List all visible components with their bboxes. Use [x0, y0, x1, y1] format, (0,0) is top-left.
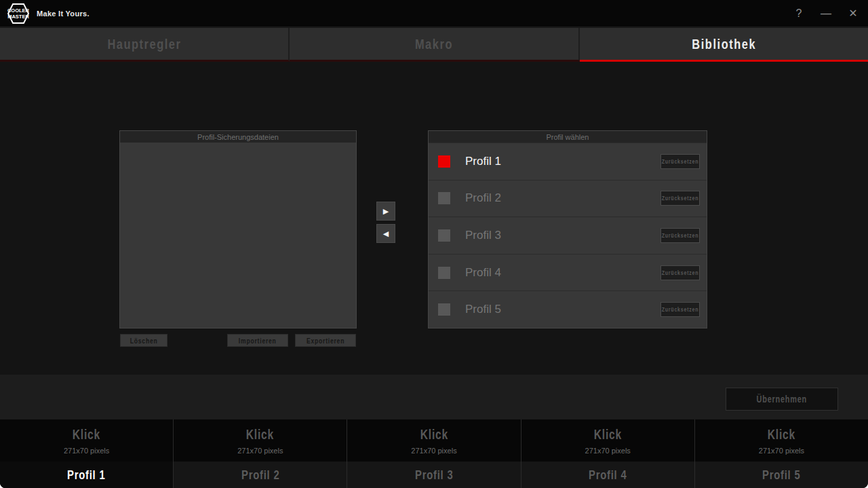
app-window: COOLER MASTER Make It Yours. ? — ✕ Haupt… — [0, 0, 868, 488]
bottom-tab-profil-1[interactable]: Profil 1 — [0, 462, 174, 488]
reset-button-label: Zurücksetzen — [662, 232, 699, 239]
bottom-tab-label: Profil 4 — [589, 468, 627, 483]
profile-select-panel: Profil wählen Profil 1 Zurücksetzen Prof… — [429, 131, 707, 328]
bottom-tab-profil-3[interactable]: Profil 3 — [347, 462, 521, 488]
preview-action-label: Klick — [246, 427, 274, 443]
reset-profile-1-button[interactable]: Zurücksetzen — [660, 154, 700, 169]
tab-makro-label: Makro — [415, 36, 453, 52]
arrow-left-icon: ◀ — [383, 229, 389, 238]
reset-profile-2-button[interactable]: Zurücksetzen — [660, 191, 700, 206]
svg-text:MASTER: MASTER — [7, 14, 29, 20]
apply-button[interactable]: Übernehmen — [726, 388, 838, 411]
reset-button-label: Zurücksetzen — [662, 269, 699, 276]
reset-profile-4-button[interactable]: Zurücksetzen — [660, 265, 700, 280]
tab-hauptregler[interactable]: Hauptregler — [0, 28, 290, 62]
tab-makro[interactable]: Makro — [290, 28, 579, 62]
delete-button-label: Löschen — [130, 337, 158, 345]
move-left-button[interactable]: ◀ — [376, 224, 395, 243]
tab-hauptregler-label: Hauptregler — [107, 36, 181, 52]
profile-row-3[interactable]: Profil 3 Zurücksetzen — [429, 217, 707, 254]
preview-cell-2[interactable]: Klick 271x70 pixels — [174, 419, 347, 462]
brand-tagline: Make It Yours. — [37, 10, 90, 18]
actions-spacer — [167, 334, 227, 347]
arrow-right-icon: ▶ — [383, 207, 389, 216]
profile-panel-title: Profil wählen — [429, 131, 707, 143]
profile-row-label: Profil 4 — [465, 266, 501, 280]
actions-gap — [288, 334, 295, 347]
preview-action-label: Klick — [420, 427, 448, 443]
main-tab-bar: Hauptregler Makro Bibliothek — [0, 28, 868, 62]
import-button[interactable]: Importieren — [227, 334, 288, 347]
reset-button-label: Zurücksetzen — [662, 158, 699, 165]
delete-button[interactable]: Löschen — [120, 334, 167, 347]
bottom-tab-label: Profil 2 — [241, 468, 279, 483]
preview-size-label: 271x70 pixels — [411, 447, 456, 455]
title-bar: COOLER MASTER Make It Yours. ? — ✕ — [0, 0, 868, 27]
profile-selected-indicator[interactable] — [438, 303, 450, 316]
preview-action-label: Klick — [73, 427, 100, 443]
profile-row-label: Profil 1 — [465, 155, 501, 168]
export-button[interactable]: Exportieren — [295, 334, 356, 347]
backup-panel-title: Profil-Sicherungsdateien — [120, 131, 356, 143]
reset-button-label: Zurücksetzen — [662, 306, 699, 313]
preview-cell-1[interactable]: Klick 271x70 pixels — [0, 419, 174, 462]
tab-bibliothek-label: Bibliothek — [692, 36, 756, 52]
profile-selected-indicator[interactable] — [438, 267, 450, 279]
profile-row-5[interactable]: Profil 5 Zurücksetzen — [429, 290, 707, 328]
profile-tab-row: Profil 1 Profil 2 Profil 3 Profil 4 Prof… — [0, 462, 868, 488]
preview-size-label: 271x70 pixels — [64, 447, 109, 455]
profile-row-label: Profil 5 — [465, 303, 501, 316]
window-controls: ? — ✕ — [792, 0, 860, 27]
export-button-label: Exportieren — [307, 337, 344, 345]
bottom-tab-profil-2[interactable]: Profil 2 — [174, 462, 347, 488]
bottom-tab-label: Profil 5 — [762, 468, 800, 483]
profile-row-label: Profil 3 — [465, 229, 501, 242]
reset-profile-5-button[interactable]: Zurücksetzen — [660, 302, 700, 317]
preview-cell-5[interactable]: Klick 271x70 pixels — [695, 419, 868, 462]
apply-strip: Übernehmen — [0, 375, 868, 419]
profile-row-2[interactable]: Profil 2 Zurücksetzen — [429, 180, 707, 217]
preview-cell-4[interactable]: Klick 271x70 pixels — [521, 419, 695, 462]
preview-action-label: Klick — [594, 427, 622, 443]
bottom-tab-label: Profil 3 — [415, 468, 453, 483]
profile-row-1[interactable]: Profil 1 Zurücksetzen — [429, 143, 707, 180]
move-right-button[interactable]: ▶ — [376, 202, 395, 221]
preview-size-label: 271x70 pixels — [759, 447, 804, 455]
reset-profile-3-button[interactable]: Zurücksetzen — [660, 228, 700, 243]
backup-file-list[interactable] — [120, 143, 356, 328]
profile-selected-indicator[interactable] — [438, 192, 450, 204]
svg-text:COOLER: COOLER — [7, 7, 30, 14]
backup-actions: Löschen Importieren Exportieren — [120, 334, 356, 347]
profile-action-preview-row: Klick 271x70 pixels Klick 271x70 pixels … — [0, 419, 868, 462]
preview-action-label: Klick — [768, 427, 795, 443]
close-button[interactable]: ✕ — [846, 0, 860, 27]
profile-selected-indicator[interactable] — [438, 155, 450, 168]
apply-button-label: Übernehmen — [757, 394, 808, 405]
bottom-tab-label: Profil 1 — [67, 468, 105, 483]
bottom-tab-profil-5[interactable]: Profil 5 — [695, 462, 868, 488]
cooler-master-logo-icon: COOLER MASTER — [7, 3, 30, 24]
profile-row-4[interactable]: Profil 4 Zurücksetzen — [429, 254, 707, 291]
minimize-button[interactable]: — — [819, 0, 833, 27]
profile-selected-indicator[interactable] — [438, 229, 450, 242]
preview-cell-3[interactable]: Klick 271x70 pixels — [347, 419, 521, 462]
profile-row-label: Profil 2 — [465, 191, 501, 205]
bottom-tab-profil-4[interactable]: Profil 4 — [521, 462, 695, 488]
preview-size-label: 271x70 pixels — [585, 447, 631, 455]
tab-bibliothek[interactable]: Bibliothek — [580, 28, 868, 62]
import-button-label: Importieren — [239, 337, 277, 345]
help-button[interactable]: ? — [792, 0, 806, 27]
reset-button-label: Zurücksetzen — [662, 195, 699, 202]
preview-size-label: 271x70 pixels — [237, 447, 283, 455]
backup-files-panel: Profil-Sicherungsdateien — [120, 131, 356, 328]
